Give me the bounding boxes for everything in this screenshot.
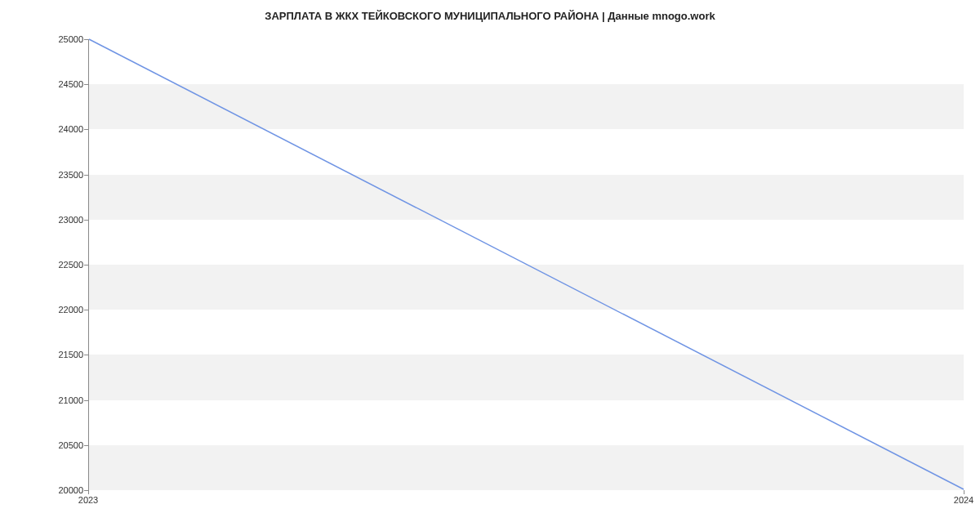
y-tick-label: 23000	[18, 215, 83, 225]
y-tick-label: 24000	[18, 124, 83, 134]
y-tick-label: 21000	[18, 395, 83, 405]
line-series	[89, 39, 964, 489]
y-tick-label: 24500	[18, 79, 83, 89]
y-tick-label: 22500	[18, 260, 83, 270]
plot-area	[88, 39, 964, 490]
chart-container: ЗАРПЛАТА В ЖКХ ТЕЙКОВСКОГО МУНИЦИПАЛЬНОГ…	[0, 0, 980, 531]
y-tick-label: 22000	[18, 305, 83, 315]
x-tick-mark	[88, 490, 89, 494]
y-tick-label: 20500	[18, 440, 83, 450]
x-tick-label: 2023	[78, 495, 98, 505]
y-tick-label: 21500	[18, 350, 83, 359]
line-path	[89, 39, 964, 489]
y-tick-label: 23500	[18, 170, 83, 180]
y-tick-label: 20000	[18, 485, 83, 495]
x-tick-label: 2024	[954, 495, 973, 505]
chart-title: ЗАРПЛАТА В ЖКХ ТЕЙКОВСКОГО МУНИЦИПАЛЬНОГ…	[0, 10, 980, 22]
x-tick-mark	[964, 490, 964, 494]
y-tick-label: 25000	[18, 34, 83, 44]
